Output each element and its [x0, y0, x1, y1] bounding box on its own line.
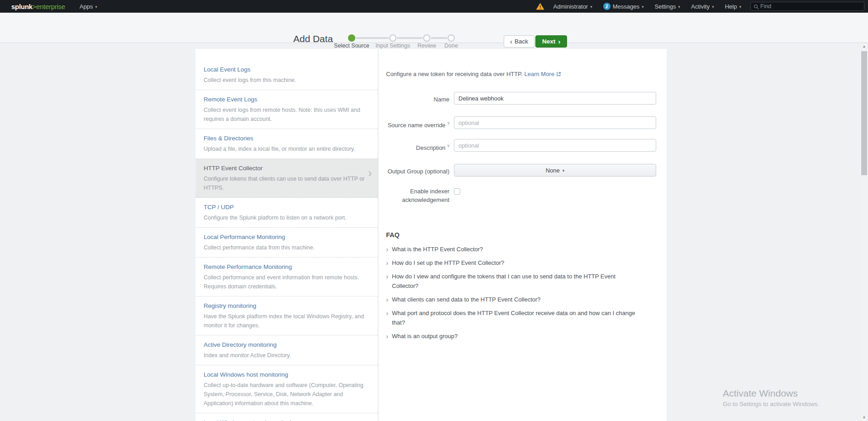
- navbar-right: Administrator ▾ 2 Messages ▾ Settings ▾ …: [536, 2, 868, 11]
- faq-item[interactable]: › What is the HTTP Event Collector?: [386, 244, 637, 254]
- logo-gt: >: [33, 3, 36, 10]
- help-menu[interactable]: Help ▾: [725, 3, 741, 10]
- source-item-desc: Collect event logs from this machine.: [204, 76, 367, 85]
- name-row: Name: [378, 92, 656, 105]
- description-input[interactable]: [454, 139, 656, 152]
- source-item-desc: Collect event logs from remote hosts. No…: [204, 105, 367, 124]
- source-item-local-performance-monitoring[interactable]: Local Performance Monitoring Collect per…: [196, 228, 378, 258]
- faq-question: What clients can send data to the HTTP E…: [392, 295, 541, 304]
- step-connector: [356, 37, 389, 39]
- faq-question: How do I set up the HTTP Event Collector…: [392, 258, 504, 268]
- faq-item[interactable]: › How do I view and configure the tokens…: [386, 272, 637, 291]
- chevron-right-icon: ›: [558, 38, 560, 45]
- output-group-value: None: [546, 167, 560, 174]
- scroll-down-arrow[interactable]: ▼: [860, 416, 868, 420]
- logo-brand: splunk: [11, 3, 33, 10]
- source-item-remote-event-logs[interactable]: Remote Event Logs Collect event logs fro…: [196, 90, 378, 129]
- intro-sentence: Configure a new token for receiving data…: [386, 71, 523, 77]
- source-item-desc: Upload a file, index a local file, or mo…: [204, 144, 367, 153]
- faq-question: What port and protocol does the HTTP Eve…: [392, 308, 637, 327]
- caret-down-icon: ▾: [95, 5, 97, 9]
- watermark-line1: Activate Windows: [723, 388, 819, 399]
- name-input[interactable]: [454, 92, 656, 105]
- source-item-title: HTTP Event Collector: [204, 165, 367, 172]
- learn-more-label: Learn More: [524, 71, 554, 77]
- source-item-local-windows-host-monitoring[interactable]: Local Windows host monitoring Collect up…: [196, 365, 378, 413]
- source-item-title: Remote Event Logs: [204, 96, 367, 103]
- source-item-tcp-udp[interactable]: TCP / UDP Configure the Splunk platform …: [196, 198, 378, 228]
- caret-down-icon: ▾: [678, 5, 680, 9]
- output-group-label: Output Group (optional): [378, 164, 449, 176]
- find-input[interactable]: [760, 3, 851, 10]
- source-item-desc: Configure tokens that clients can use to…: [204, 174, 367, 192]
- activity-label: Activity: [691, 3, 710, 10]
- source-item-local-event-logs[interactable]: Local Event Logs Collect event logs from…: [196, 60, 378, 90]
- description-label: Description ?: [378, 139, 449, 152]
- main-panel: Local Event Logs Collect event logs from…: [196, 49, 667, 421]
- chevron-right-icon: ›: [386, 308, 388, 327]
- source-override-input[interactable]: [454, 116, 656, 129]
- apps-label: Apps: [80, 3, 93, 10]
- caret-down-icon: ▾: [712, 5, 714, 9]
- source-item-desc: Have the Splunk platform index the local…: [204, 312, 367, 330]
- step-connector: [397, 37, 423, 39]
- token-config-form: Configure a new token for receiving data…: [378, 49, 667, 421]
- source-override-label: Source name override ?: [378, 116, 449, 129]
- faq-question: How do I view and configure the tokens t…: [392, 272, 637, 291]
- messages-menu[interactable]: 2 Messages ▾: [603, 3, 644, 10]
- name-label: Name: [378, 92, 449, 104]
- page-title: Add Data: [293, 33, 333, 44]
- source-item-desc: Index and monitor Active Directory.: [204, 351, 367, 360]
- learn-more-link[interactable]: Learn More: [524, 71, 561, 77]
- warning-icon: [536, 3, 544, 10]
- warning-menu[interactable]: [536, 3, 544, 10]
- source-item-files-directories[interactable]: Files & Directories Upload a file, index…: [196, 129, 378, 159]
- scroll-up-arrow[interactable]: ▲: [860, 44, 868, 48]
- faq-item[interactable]: › How do I set up the HTTP Event Collect…: [386, 258, 637, 268]
- source-item-title: Local Performance Monitoring: [204, 234, 367, 240]
- chevron-right-icon: ›: [386, 331, 388, 341]
- source-item-local-windows-network-monitoring[interactable]: Local Windows network monitoring This is…: [196, 413, 378, 421]
- source-item-title: TCP / UDP: [204, 204, 367, 210]
- splunk-logo[interactable]: splunk>enterprise: [11, 3, 65, 10]
- find-searchbox[interactable]: [750, 2, 864, 11]
- caret-down-icon: ▾: [642, 5, 644, 9]
- source-item-remote-performance-monitoring[interactable]: Remote Performance Monitoring Collect pe…: [196, 258, 378, 297]
- help-icon[interactable]: ?: [447, 121, 449, 126]
- watermark-line2: Go to Settings to activate Windows.: [723, 401, 819, 407]
- administrator-label: Administrator: [553, 3, 588, 10]
- source-item-http-event-collector[interactable]: HTTP Event Collector Configure tokens th…: [196, 159, 378, 198]
- external-link-icon: [556, 71, 561, 78]
- help-icon[interactable]: ?: [447, 144, 449, 148]
- source-item-desc: Collect performance data from this machi…: [204, 243, 367, 252]
- back-button[interactable]: ‹ Back: [504, 35, 534, 48]
- back-button-label: Back: [515, 38, 528, 45]
- apps-menu[interactable]: Apps ▾: [80, 3, 97, 10]
- description-label-text: Description: [416, 144, 445, 151]
- step-dot-input-settings: [389, 34, 396, 42]
- step-label-review: Review: [418, 43, 436, 49]
- faq-section: FAQ › What is the HTTP Event Collector? …: [386, 231, 637, 345]
- source-item-registry-monitoring[interactable]: Registry monitoring Have the Splunk plat…: [196, 297, 378, 335]
- logo-product: enterprise: [36, 3, 65, 10]
- scrollbar-thumb[interactable]: [861, 51, 867, 175]
- settings-menu[interactable]: Settings ▾: [655, 3, 681, 10]
- source-item-desc: Configure the Splunk platform to listen …: [204, 213, 367, 222]
- source-item-active-directory-monitoring[interactable]: Active Directory monitoring Index and mo…: [196, 335, 378, 365]
- faq-item[interactable]: › What is an output group?: [386, 331, 637, 341]
- source-item-desc: Collect performance and event informatio…: [204, 273, 367, 291]
- settings-label: Settings: [655, 3, 676, 10]
- messages-label: Messages: [613, 3, 639, 10]
- administrator-menu[interactable]: Administrator ▾: [553, 3, 592, 10]
- output-group-dropdown[interactable]: None ▾: [454, 164, 656, 177]
- next-button[interactable]: Next ›: [535, 35, 567, 48]
- source-override-row: Source name override ?: [378, 116, 656, 129]
- page-header: Add Data Select Source Input Settings Re…: [0, 13, 868, 43]
- vertical-scrollbar[interactable]: ▲ ▼: [860, 43, 868, 421]
- indexer-ack-checkbox[interactable]: [454, 188, 460, 195]
- activity-menu[interactable]: Activity ▾: [691, 3, 714, 10]
- faq-item[interactable]: › What port and protocol does the HTTP E…: [386, 308, 637, 327]
- step-dot-review: [423, 34, 430, 42]
- faq-item[interactable]: › What clients can send data to the HTTP…: [386, 295, 637, 304]
- chevron-right-icon: ›: [386, 295, 388, 304]
